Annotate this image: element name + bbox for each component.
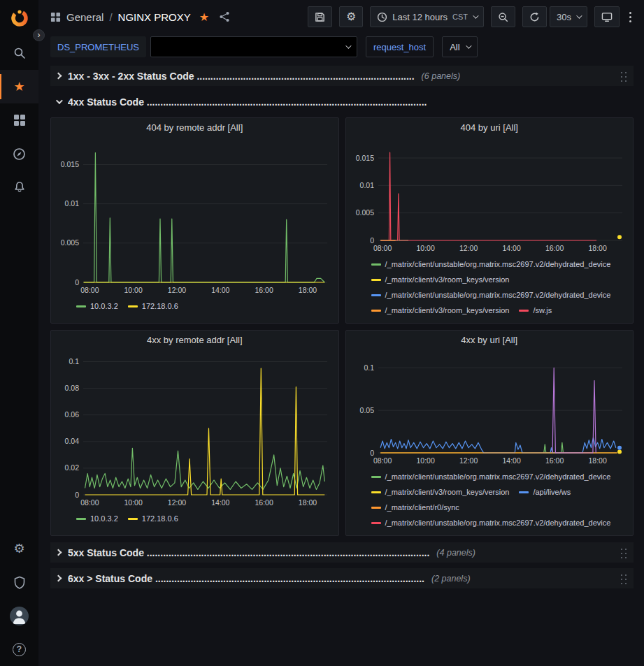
sidebar-item-explore[interactable] xyxy=(0,137,38,171)
panel-title[interactable]: 404 by remote addr [All] xyxy=(51,118,338,137)
sidebar-item-server-admin[interactable] xyxy=(0,565,38,599)
request-host-variable-value: All xyxy=(450,42,459,52)
timeseries-chart[interactable]: 00.0050.010.01508:0010:0012:0014:0016:00… xyxy=(54,137,336,296)
legend-item[interactable]: 172.18.0.6 xyxy=(128,301,178,312)
svg-text:18:00: 18:00 xyxy=(299,286,317,294)
legend-item[interactable]: /_matrix/client/unstable/org.matrix.msc2… xyxy=(371,471,611,483)
legend-item[interactable]: 10.0.3.2 xyxy=(76,513,118,525)
panel-4xx-by-remote-addr: 4xx by remote addr [All] 00.020.040.060.… xyxy=(50,330,339,536)
row-6xx[interactable]: 6xx > Status Code ......................… xyxy=(50,568,634,588)
svg-text:0.04: 0.04 xyxy=(65,437,80,445)
row-title: 1xx - 3xx - 2xx Status Code ............… xyxy=(68,71,415,82)
sidebar-item-dashboards[interactable] xyxy=(0,103,38,137)
sidebar-item-starred[interactable]: ★ xyxy=(0,70,38,103)
datasource-variable-label[interactable]: DS_PROMETHEUS xyxy=(50,36,146,57)
svg-text:18:00: 18:00 xyxy=(588,244,606,252)
legend-item[interactable]: /_matrix/client/unstable/org.matrix.msc2… xyxy=(371,259,611,270)
sidebar-item-profile[interactable] xyxy=(0,599,38,632)
dashboard-grid-icon xyxy=(50,12,61,22)
row-panel-count: (6 panels) xyxy=(422,71,461,81)
chart-legend: /_matrix/client/unstable/org.matrix.msc2… xyxy=(346,254,634,320)
svg-text:08:00: 08:00 xyxy=(80,498,99,507)
timeseries-chart[interactable]: 00.0050.010.01508:0010:0012:0014:0016:00… xyxy=(349,137,631,254)
gear-icon: ⚙ xyxy=(346,11,356,22)
breadcrumb-section[interactable]: General xyxy=(66,11,103,23)
row-drag-handle[interactable] xyxy=(620,71,628,82)
panel-title[interactable]: 4xx by uri [All] xyxy=(346,331,634,349)
svg-text:0.02: 0.02 xyxy=(65,463,80,472)
dashboard-title[interactable]: NGINX PROXY xyxy=(118,11,191,23)
row-4xx[interactable]: 4xx Status Code ........................… xyxy=(50,92,634,112)
svg-text:16:00: 16:00 xyxy=(545,244,564,252)
row-5xx[interactable]: 5xx Status Code ........................… xyxy=(50,542,634,563)
sidebar-item-alerting[interactable] xyxy=(0,171,38,204)
row-1xx-3xx-2xx[interactable]: 1xx - 3xx - 2xx Status Code ............… xyxy=(50,66,634,86)
zoom-out-button[interactable] xyxy=(491,6,515,27)
series-name: /_matrix/client/unstable/org.matrix.msc2… xyxy=(385,517,611,529)
panel-title[interactable]: 4xx by remote addr [All] xyxy=(51,331,338,349)
timeseries-chart[interactable]: 00.020.040.060.080.108:0010:0012:0014:00… xyxy=(54,349,336,509)
legend-item[interactable]: /_matrix/client/v3/room_keys/version xyxy=(371,274,510,286)
sidebar-collapse-button[interactable]: › xyxy=(33,29,45,41)
legend-item[interactable]: 172.18.0.6 xyxy=(128,513,178,525)
legend-item[interactable]: 10.0.3.2 xyxy=(76,301,118,312)
legend-item[interactable]: /_matrix/client/unstable/org.matrix.msc2… xyxy=(371,289,611,301)
compass-icon xyxy=(13,147,26,161)
row-drag-handle[interactable] xyxy=(620,573,628,584)
panel-title[interactable]: 404 by uri [All] xyxy=(346,118,634,137)
shield-icon xyxy=(13,576,26,589)
monitor-icon xyxy=(601,12,613,22)
navbar-actions: ⚙ Last 12 hours CST xyxy=(308,6,634,27)
share-button[interactable] xyxy=(219,11,230,22)
series-name: 10.0.3.2 xyxy=(90,301,118,312)
series-color-swatch xyxy=(76,518,86,520)
legend-item[interactable]: /sw.js xyxy=(519,305,552,317)
sidebar-item-configuration[interactable]: ⚙ xyxy=(0,532,38,565)
favorite-star-icon[interactable]: ★ xyxy=(199,10,209,24)
svg-text:14:00: 14:00 xyxy=(211,498,229,507)
series-name: /_matrix/client/unstable/org.matrix.msc2… xyxy=(385,471,611,483)
legend-item[interactable]: /_matrix/client/v3/room_keys/version xyxy=(371,305,510,317)
svg-text:0: 0 xyxy=(370,449,374,457)
series-name: /_matrix/client/v3/room_keys/version xyxy=(385,486,510,498)
refresh-button[interactable] xyxy=(522,6,547,27)
request-host-variable-select[interactable]: All xyxy=(442,36,477,57)
svg-text:16:00: 16:00 xyxy=(255,286,273,294)
timeseries-chart[interactable]: 00.050.108:0010:0012:0014:0016:0018:00 xyxy=(349,349,631,467)
time-range-label: Last 12 hours xyxy=(392,12,448,22)
svg-text:0.05: 0.05 xyxy=(359,406,374,414)
panel-grid: 404 by remote addr [All] 00.0050.010.015… xyxy=(50,117,634,536)
row-drag-handle[interactable] xyxy=(620,547,628,558)
series-color-swatch xyxy=(371,294,381,296)
tv-mode-button[interactable] xyxy=(594,6,620,27)
series-color-swatch xyxy=(371,522,381,524)
svg-text:10:00: 10:00 xyxy=(124,498,143,507)
search-icon xyxy=(13,47,26,59)
series-color-swatch xyxy=(371,279,381,281)
series-name: /_matrix/client/v3/room_keys/version xyxy=(385,274,510,286)
chart-legend: 10.0.3.2172.18.0.6 xyxy=(51,509,338,527)
legend-item[interactable]: /_matrix/client/r0/sync xyxy=(371,502,459,514)
datasource-variable-select[interactable] xyxy=(150,36,357,57)
time-range-picker[interactable]: Last 12 hours CST xyxy=(370,6,484,27)
dashboard-settings-button[interactable]: ⚙ xyxy=(339,6,363,27)
chart-legend: /_matrix/client/unstable/org.matrix.msc2… xyxy=(346,467,634,533)
series-color-swatch xyxy=(371,507,381,509)
legend-item[interactable]: /_matrix/client/v3/room_keys/version xyxy=(371,486,510,498)
series-name: /api/live/ws xyxy=(533,486,571,498)
sidebar-item-help[interactable]: ? xyxy=(0,632,38,666)
grafana-logo[interactable] xyxy=(0,0,38,36)
row-title: 6xx > Status Code ......................… xyxy=(68,573,424,584)
bell-icon xyxy=(13,181,26,194)
breadcrumb-separator: / xyxy=(109,11,112,23)
refresh-interval-dropdown[interactable]: 30s xyxy=(550,6,587,27)
request-host-variable-label[interactable]: request_host xyxy=(366,36,434,57)
series-name: /_matrix/client/v3/room_keys/version xyxy=(385,305,510,317)
save-dashboard-button[interactable] xyxy=(308,6,332,27)
legend-item[interactable]: /api/live/ws xyxy=(519,486,571,498)
legend-item[interactable]: /_matrix/client/unstable/org.matrix.msc2… xyxy=(371,517,611,529)
svg-text:08:00: 08:00 xyxy=(373,244,392,252)
kebab-menu-button[interactable] xyxy=(627,6,634,27)
svg-text:10:00: 10:00 xyxy=(416,244,434,252)
sidebar-item-search[interactable] xyxy=(0,36,38,70)
